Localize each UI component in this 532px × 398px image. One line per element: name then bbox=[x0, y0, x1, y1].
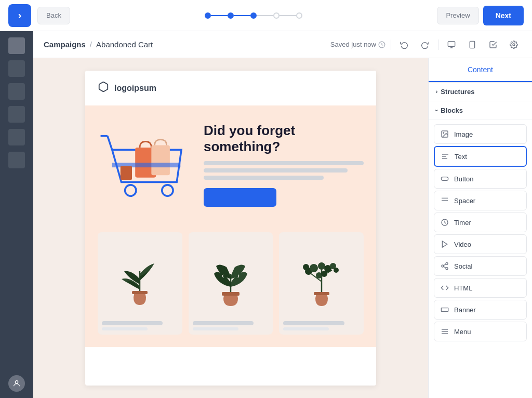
block-image[interactable]: Image bbox=[434, 124, 527, 144]
user-avatar[interactable] bbox=[8, 375, 25, 392]
block-spacer-label: Spacer bbox=[454, 197, 475, 205]
banner-icon bbox=[440, 304, 450, 315]
step-line-2 bbox=[234, 15, 250, 16]
products-section bbox=[85, 224, 376, 347]
email-hero: Did you forget something? bbox=[85, 105, 376, 224]
svg-point-7 bbox=[513, 44, 515, 46]
structures-chevron: › bbox=[436, 89, 437, 95]
sidebar-icon-5[interactable] bbox=[8, 129, 25, 145]
top-bar: › Back Preview Next bbox=[0, 0, 532, 31]
cart-illustration bbox=[98, 122, 191, 207]
svg-point-0 bbox=[15, 381, 18, 383]
left-sidebar bbox=[0, 31, 33, 398]
blocks-grid: Image Text bbox=[429, 120, 532, 346]
svg-point-43 bbox=[446, 262, 448, 264]
block-html-label: HTML bbox=[454, 284, 472, 292]
email-header: logoipsum bbox=[85, 71, 376, 105]
undo-button[interactable] bbox=[396, 37, 412, 52]
email-canvas: logoipsum bbox=[85, 71, 376, 386]
next-button[interactable]: Next bbox=[483, 6, 524, 25]
svg-rect-16 bbox=[132, 291, 148, 294]
svg-point-44 bbox=[442, 265, 444, 267]
product-sub-bar-1 bbox=[102, 327, 148, 330]
block-video-label: Video bbox=[454, 241, 471, 248]
svg-line-46 bbox=[444, 267, 446, 268]
block-timer[interactable]: Timer bbox=[434, 213, 527, 232]
product-text-2 bbox=[189, 317, 273, 335]
block-button[interactable]: Button bbox=[434, 169, 527, 189]
step-line-3 bbox=[257, 15, 273, 16]
block-text-label: Text bbox=[455, 153, 467, 161]
block-text[interactable]: Text bbox=[434, 146, 527, 167]
block-menu[interactable]: Menu bbox=[434, 322, 527, 341]
breadcrumb-bar: Campaigns / Abandoned Cart Saved just no… bbox=[33, 31, 532, 58]
back-button[interactable]: Back bbox=[37, 7, 70, 24]
video-icon bbox=[440, 239, 450, 249]
svg-rect-20 bbox=[314, 292, 329, 295]
right-panel: Content › Structures › Blocks bbox=[428, 58, 532, 398]
sidebar-icon-3[interactable] bbox=[8, 83, 25, 100]
structures-header[interactable]: › Structures bbox=[429, 83, 532, 101]
clock-icon bbox=[378, 41, 385, 48]
sidebar-icon-1[interactable] bbox=[8, 37, 25, 54]
monitor-icon bbox=[447, 41, 456, 49]
block-banner-label: Banner bbox=[454, 306, 476, 314]
sidebar-bottom bbox=[8, 375, 25, 392]
panel-tabs: Content bbox=[429, 58, 532, 83]
saved-text-label: Saved just now bbox=[330, 41, 376, 48]
main-layout: Campaigns / Abandoned Cart Saved just no… bbox=[0, 31, 532, 398]
block-video[interactable]: Video bbox=[434, 234, 527, 254]
chevron-right-icon: › bbox=[18, 9, 22, 21]
structures-label: Structures bbox=[441, 88, 474, 96]
product-card-2 bbox=[189, 232, 273, 335]
block-spacer[interactable]: Spacer bbox=[434, 191, 527, 210]
logo-icon bbox=[98, 81, 109, 95]
blocks-chevron: › bbox=[434, 110, 440, 111]
mobile-preview-button[interactable] bbox=[464, 37, 480, 52]
step-4 bbox=[273, 12, 280, 19]
settings-button[interactable] bbox=[506, 37, 522, 52]
step-3 bbox=[250, 12, 257, 19]
cta-button[interactable] bbox=[204, 188, 276, 207]
text-placeholder-2 bbox=[204, 168, 348, 173]
product-card-3 bbox=[279, 232, 364, 335]
step-5 bbox=[296, 12, 302, 19]
sidebar-icon-2[interactable] bbox=[8, 60, 25, 77]
svg-rect-13 bbox=[151, 145, 170, 175]
timer-icon bbox=[440, 217, 450, 228]
structures-section: › Structures bbox=[429, 83, 532, 101]
block-html[interactable]: HTML bbox=[434, 278, 527, 298]
product-title-bar-1 bbox=[102, 321, 163, 325]
send-test-button[interactable] bbox=[485, 37, 501, 52]
breadcrumb-separator: / bbox=[90, 40, 92, 49]
toolbar-separator-1 bbox=[391, 39, 391, 50]
top-bar-right: Preview Next bbox=[437, 6, 524, 25]
redo-button[interactable] bbox=[417, 37, 433, 52]
svg-rect-18 bbox=[222, 292, 240, 296]
svg-line-47 bbox=[444, 264, 446, 266]
logo-button[interactable]: › bbox=[8, 4, 31, 27]
svg-point-45 bbox=[446, 268, 448, 270]
svg-point-10 bbox=[125, 185, 136, 196]
blocks-header[interactable]: › Blocks bbox=[429, 101, 532, 120]
step-line-4 bbox=[280, 15, 296, 16]
tab-content[interactable]: Content bbox=[429, 58, 532, 82]
html-icon bbox=[440, 283, 450, 293]
block-social[interactable]: Social bbox=[434, 256, 527, 276]
logo-text: logoipsum bbox=[114, 84, 156, 93]
svg-point-32 bbox=[321, 271, 327, 277]
preview-mode-button[interactable] bbox=[444, 37, 459, 52]
block-banner[interactable]: Banner bbox=[434, 300, 527, 320]
sidebar-icon-4[interactable] bbox=[8, 106, 25, 123]
preview-button[interactable]: Preview bbox=[437, 7, 478, 24]
svg-point-11 bbox=[162, 185, 173, 196]
svg-point-25 bbox=[310, 264, 318, 272]
sidebar-icon-6[interactable] bbox=[8, 152, 25, 168]
breadcrumb-campaigns[interactable]: Campaigns bbox=[44, 40, 86, 49]
redo-icon bbox=[421, 41, 429, 49]
product-sub-bar-2 bbox=[193, 327, 238, 330]
canvas-area: logoipsum bbox=[33, 58, 428, 398]
smartphone-icon bbox=[468, 41, 476, 49]
svg-marker-42 bbox=[442, 241, 447, 247]
text-icon bbox=[440, 151, 450, 162]
